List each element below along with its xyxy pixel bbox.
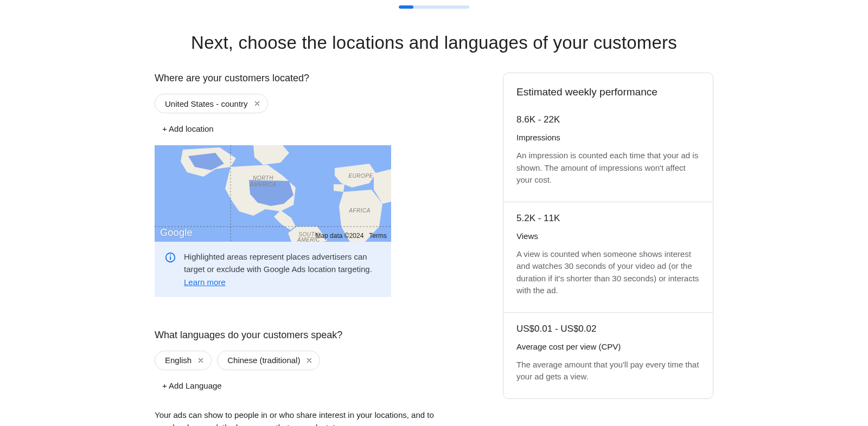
map-info-banner: Highlighted areas represent places adver… (155, 242, 391, 297)
metric-label: Average cost per view (CPV) (516, 342, 700, 351)
metric-desc: An impression is counted each time that … (516, 150, 700, 186)
language-chips: EnglishChinese (traditional) (155, 351, 445, 370)
map-terms-link[interactable]: Terms (369, 232, 387, 240)
close-icon[interactable] (252, 99, 262, 108)
page-title: Next, choose the locations and languages… (17, 33, 851, 53)
info-learn-more-link[interactable]: Learn more (184, 277, 226, 287)
location-chip[interactable]: United States - country (155, 94, 268, 113)
languages-learn-more-link[interactable]: Learn more (333, 423, 375, 426)
language-chip[interactable]: English (155, 351, 212, 370)
metric-desc: The average amount that you'll pay every… (516, 359, 700, 383)
language-chip-label: English (165, 356, 192, 365)
svg-rect-6 (170, 256, 171, 260)
label-africa: AFRICA (348, 208, 371, 214)
languages-question: What languages do your customers speak? (155, 330, 445, 341)
close-icon[interactable] (196, 356, 206, 365)
label-north-america: NORTH (253, 175, 273, 181)
location-map[interactable]: NORTH AMERICA SOUTH AMERIC EUROPE AFRICA… (155, 145, 391, 242)
progress-fill (399, 5, 413, 9)
metric-block: US$0.01 - US$0.02Average cost per view (… (503, 312, 713, 398)
google-logo-text: Google (160, 227, 193, 238)
languages-helper-text: Your ads can show to people in or who sh… (155, 410, 434, 426)
language-chip[interactable]: Chinese (traditional) (217, 351, 320, 370)
language-chip-label: Chinese (traditional) (227, 356, 300, 365)
metric-block: 8.6K - 22KImpressionsAn impression is co… (503, 105, 713, 202)
add-location-button[interactable]: + Add location (155, 119, 219, 139)
label-europe: EUROPE (348, 173, 373, 179)
map-attribution: Google (160, 227, 193, 238)
locations-question: Where are your customers located? (155, 73, 445, 84)
progress-bar-container (17, 0, 851, 9)
metric-value: 5.2K - 11K (516, 213, 700, 224)
svg-text:AMERICA: AMERICA (249, 182, 276, 188)
estimates-heading: Estimated weekly performance (503, 73, 713, 105)
metric-block: 5.2K - 11KViewsA view is counted when so… (503, 202, 713, 312)
close-icon[interactable] (304, 356, 314, 365)
info-text: Highlighted areas represent places adver… (184, 252, 372, 274)
svg-rect-7 (170, 255, 171, 256)
location-chip-label: United States - country (165, 99, 248, 108)
location-chips: United States - country (155, 94, 445, 113)
metric-desc: A view is counted when someone shows int… (516, 248, 700, 297)
progress-track (399, 5, 469, 9)
add-language-button[interactable]: + Add Language (155, 376, 227, 396)
metric-label: Views (516, 231, 700, 241)
metric-value: US$0.01 - US$0.02 (516, 324, 700, 334)
info-icon (164, 251, 176, 263)
metric-value: 8.6K - 22K (516, 114, 700, 125)
metric-label: Impressions (516, 133, 700, 142)
map-data-text: Map data ©2024 (315, 232, 363, 240)
estimates-card: Estimated weekly performance 8.6K - 22KI… (503, 73, 713, 399)
